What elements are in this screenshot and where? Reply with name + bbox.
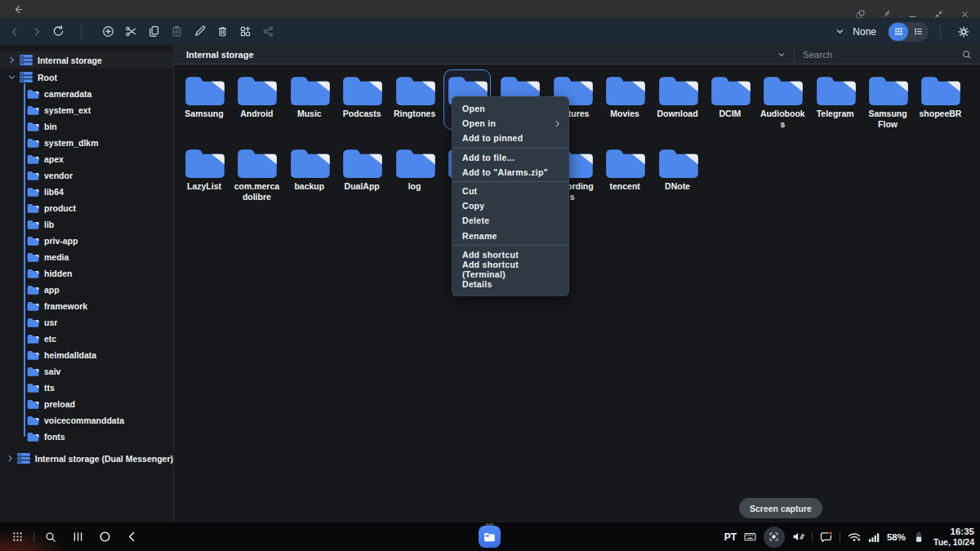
screen-capture-icon[interactable] — [764, 527, 785, 548]
forward-icon[interactable] — [25, 20, 47, 43]
folder-tile[interactable]: Podcasts — [338, 69, 385, 130]
home-icon[interactable] — [94, 526, 115, 549]
cut-icon[interactable] — [119, 20, 142, 43]
context-menu-item[interactable]: Add to "Alarms.zip" — [452, 165, 568, 180]
chevron-down-icon[interactable] — [7, 73, 17, 81]
folder-tile[interactable]: Music — [286, 69, 333, 130]
sidebar-folder-item[interactable]: tts — [0, 380, 173, 396]
folder-tile[interactable]: Movies — [601, 69, 648, 130]
back-icon[interactable] — [3, 20, 25, 43]
folder-tile[interactable]: log — [391, 142, 439, 202]
folder-icon — [815, 73, 856, 105]
wifi-icon[interactable] — [847, 530, 862, 544]
tree-child-label: saiv — [44, 367, 60, 376]
folder-tile[interactable]: Samsung Flow — [864, 69, 911, 130]
folder-tile[interactable]: DCIM — [706, 69, 754, 130]
folder-tile[interactable]: Android — [233, 69, 280, 130]
screen-capture-toast[interactable]: Screen capture — [739, 498, 822, 518]
folder-tile[interactable]: Audiobooks — [759, 69, 806, 130]
grid-add-icon[interactable] — [234, 20, 256, 43]
context-menu-item[interactable]: Open in — [452, 116, 568, 131]
sidebar-folder-item[interactable]: product — [0, 200, 173, 216]
muted-speaker-icon[interactable] — [791, 530, 805, 544]
sidebar-folder-item[interactable]: priv-app — [0, 233, 173, 249]
context-menu-item[interactable]: Add to pinned — [452, 131, 568, 145]
sidebar-folder-item[interactable]: preload — [0, 396, 173, 412]
folder-icon — [27, 285, 39, 295]
sidebar-folder-item[interactable]: bin — [0, 118, 173, 135]
sidebar-folder-item[interactable]: app — [0, 282, 173, 298]
my-files-app-icon[interactable] — [479, 526, 501, 548]
sidebar-folder-item[interactable]: lib — [0, 216, 173, 233]
folder-icon — [394, 145, 435, 178]
minimize-icon[interactable] — [902, 7, 922, 23]
sidebar-folder-item[interactable]: framework — [0, 298, 173, 314]
context-menu-item[interactable]: Copy — [452, 198, 568, 213]
folder-tile[interactable]: shopeeBR — [916, 69, 964, 130]
folder-tile[interactable]: DNote — [654, 142, 702, 202]
folder-tile[interactable]: Download — [654, 69, 702, 130]
sidebar-folder-item[interactable]: media — [0, 249, 173, 265]
popup-view-icon[interactable] — [850, 7, 870, 23]
folder-tile[interactable]: backup — [286, 142, 333, 202]
folder-tile[interactable]: Samsung — [180, 69, 228, 130]
sidebar-folder-item[interactable]: lib64 — [0, 184, 173, 200]
chevron-right-icon[interactable] — [7, 455, 15, 462]
close-icon[interactable] — [955, 7, 974, 23]
sidebar-item-internal-storage-dual[interactable]: Internal storage (Dual Messenger) — [0, 450, 173, 467]
sidebar-folder-item[interactable]: apex — [0, 151, 173, 167]
apps-grid-icon[interactable] — [7, 526, 28, 549]
sidebar-folder-item[interactable]: system_dlkm — [0, 135, 173, 151]
context-menu-item[interactable]: Cut — [452, 184, 568, 198]
folder-icon — [27, 122, 39, 131]
folder-icon — [236, 73, 277, 105]
search-icon[interactable] — [40, 526, 61, 549]
sidebar-folder-item[interactable]: cameradata — [0, 86, 173, 102]
context-menu-item[interactable]: Add shortcut (Terminal) — [452, 262, 568, 277]
sidebar-folder-item[interactable]: fonts — [0, 429, 173, 445]
path-dropdown-chevron-icon[interactable] — [776, 49, 794, 60]
folder-tile[interactable]: com.mercadolibre — [233, 142, 280, 202]
sidebar-folder-item[interactable]: etc — [0, 331, 173, 347]
search-input[interactable]: Search — [795, 45, 980, 64]
edit-icon[interactable] — [188, 20, 211, 43]
context-menu-item[interactable]: Add to file... — [452, 150, 568, 165]
keyboard-icon[interactable] — [743, 530, 757, 544]
context-menu-item[interactable]: Rename — [452, 229, 568, 243]
sidebar-folder-item[interactable]: usr — [0, 314, 173, 331]
sidebar-folder-item[interactable]: system_ext — [0, 102, 173, 118]
folder-tile[interactable]: LazyList — [180, 142, 228, 202]
refresh-icon[interactable] — [47, 20, 69, 43]
search-icon[interactable] — [961, 49, 973, 60]
sidebar-folder-item[interactable]: vendor — [0, 167, 173, 184]
clock[interactable]: 16:35 Tue, 10/24 — [933, 527, 974, 547]
recents-icon[interactable] — [67, 526, 88, 549]
folder-tile[interactable]: DualApp — [338, 142, 385, 202]
breadcrumb[interactable]: Internal storage — [186, 50, 254, 60]
notifications-icon[interactable] — [819, 530, 833, 544]
context-menu-item[interactable]: Details — [452, 277, 568, 291]
sidebar-folder-item[interactable]: heimdalldata — [0, 347, 173, 363]
folder-icon — [27, 383, 39, 393]
exit-maximize-icon[interactable] — [929, 7, 948, 23]
context-menu-item[interactable]: Open — [452, 101, 568, 116]
sidebar-item-root[interactable]: Root — [0, 69, 173, 86]
language-indicator[interactable]: PT — [724, 531, 737, 543]
add-circle-icon[interactable] — [96, 20, 119, 43]
pin-icon[interactable] — [876, 7, 896, 23]
folder-tile[interactable]: Telegram — [812, 69, 859, 130]
sidebar-folder-item[interactable]: hidden — [0, 265, 173, 282]
chevron-down-icon[interactable] — [829, 20, 851, 43]
back-arrow-icon[interactable] — [8, 1, 28, 17]
back-icon[interactable] — [121, 526, 142, 549]
folder-tile[interactable]: Ringtones — [391, 69, 439, 130]
copy-icon[interactable] — [142, 20, 165, 43]
sidebar-item-internal-storage[interactable]: Internal storage — [0, 51, 173, 69]
chevron-right-icon[interactable] — [7, 56, 17, 64]
sidebar-folder-item[interactable]: voicecommanddata — [0, 412, 173, 429]
sidebar-folder-item[interactable]: saiv — [0, 363, 173, 380]
tree-child-label: bin — [44, 122, 57, 131]
delete-icon[interactable] — [211, 20, 234, 43]
folder-tile[interactable]: tencent — [601, 142, 648, 202]
context-menu-item[interactable]: Delete — [452, 213, 568, 228]
